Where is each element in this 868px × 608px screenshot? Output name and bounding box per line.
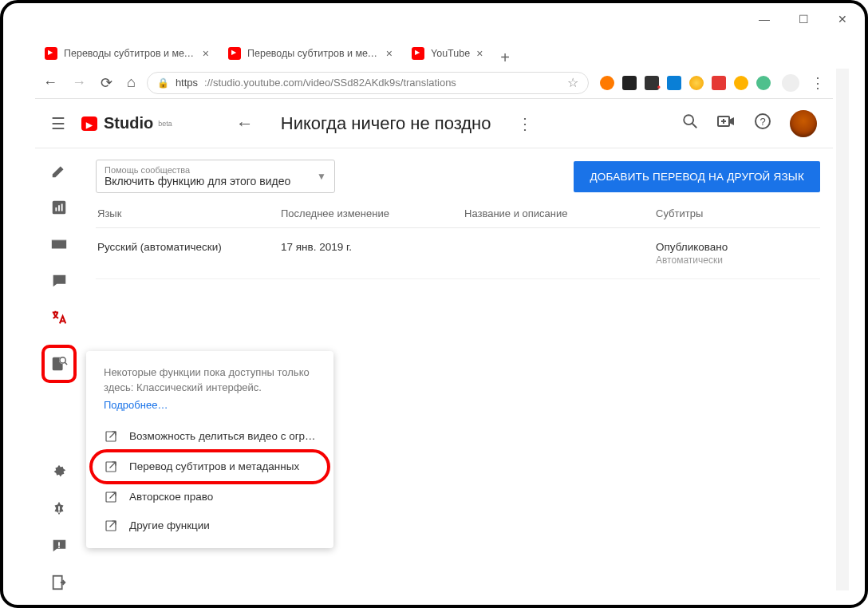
community-help-select[interactable]: Помощь сообщества Включить функцию для э…	[96, 160, 335, 193]
tab-title: Переводы субтитров и метадан	[247, 48, 380, 59]
extension-icon[interactable]	[645, 76, 659, 90]
nav-forward[interactable]: →	[72, 74, 86, 92]
tab-close-icon[interactable]: ×	[386, 47, 393, 60]
table-row[interactable]: Русский (автоматически) 17 янв. 2019 г. …	[96, 228, 820, 279]
sidebar-analytics-icon[interactable]	[49, 198, 69, 217]
youtube-icon	[81, 116, 97, 131]
popup-item-copyright[interactable]: Авторское право	[86, 483, 333, 511]
svg-point-0	[684, 115, 693, 124]
community-help-label: Помощь сообщества	[105, 165, 326, 175]
youtube-icon	[45, 47, 57, 60]
sidebar-settings-icon[interactable]	[49, 463, 69, 482]
youtube-icon	[412, 47, 424, 60]
svg-rect-21	[58, 547, 60, 548]
classic-features-popup: Некоторые функции пока доступны только з…	[86, 351, 333, 548]
popup-item-translations[interactable]: Перевод субтитров и метаданных	[93, 452, 327, 481]
extension-icon[interactable]	[734, 76, 748, 90]
table-header: Язык Последнее изменение Название и опис…	[96, 193, 820, 228]
svg-rect-18	[58, 506, 60, 511]
tab-close-icon[interactable]: ×	[203, 47, 209, 60]
tab-title: Переводы субтитров и метадан	[64, 48, 196, 59]
url-path: ://studio.youtube.com/video/SSd82AKdk9s/…	[204, 77, 456, 89]
external-link-icon	[104, 490, 118, 504]
svg-line-16	[65, 362, 67, 365]
cell-language: Русский (автоматически)	[97, 241, 281, 266]
cell-titledesc	[464, 241, 656, 266]
extension-icon[interactable]	[600, 76, 614, 90]
th-modified: Последнее изменение	[281, 207, 464, 219]
url-field[interactable]: 🔒 https://studio.youtube.com/video/SSd82…	[147, 72, 589, 94]
nav-buttons: ← → ⟳ ⌂	[43, 74, 136, 92]
cell-modified: 17 янв. 2019 г.	[281, 241, 464, 266]
new-tab-button[interactable]: +	[492, 49, 518, 67]
popup-item-label: Авторское право	[129, 491, 213, 503]
sidebar-details-icon[interactable]	[49, 161, 69, 180]
extension-icon[interactable]	[756, 76, 771, 90]
sidebar-feedback-icon[interactable]	[49, 536, 69, 555]
browser-tab-2[interactable]: YouTube ×	[402, 40, 492, 67]
window-close[interactable]: ✕	[838, 13, 847, 26]
svg-text:?: ?	[760, 116, 765, 128]
sidebar-classic-icon[interactable]	[49, 573, 69, 592]
extension-icon[interactable]	[712, 76, 726, 90]
nav-reload[interactable]: ⟳	[101, 74, 112, 92]
th-language: Язык	[97, 207, 281, 219]
popup-note: Некоторые функции пока доступны только з…	[86, 365, 333, 396]
browser-tab-1[interactable]: Переводы субтитров и метадан ×	[219, 40, 402, 67]
popup-item-share[interactable]: Возможность делиться видео с огр…	[86, 422, 333, 451]
popup-item-label: Другие функции	[129, 519, 210, 531]
sidebar-more-highlight	[41, 345, 77, 383]
header-actions: ?	[681, 110, 817, 137]
studio-logo[interactable]: Studiobeta	[81, 114, 172, 132]
search-icon[interactable]	[681, 113, 699, 134]
sidebar-comments-icon[interactable]	[49, 271, 69, 290]
window-minimize[interactable]: —	[759, 13, 770, 26]
popup-item-other[interactable]: Другие функции	[86, 511, 333, 540]
svg-rect-12	[52, 239, 66, 241]
popup-more-link[interactable]: Подробнее…	[86, 396, 333, 422]
bookmark-icon[interactable]: ☆	[567, 75, 578, 90]
svg-rect-19	[58, 511, 60, 513]
cell-subtitles: Опубликовано Автоматически	[656, 241, 819, 266]
browser-window: — ☐ ✕ Переводы субтитров и метадан × Пер…	[0, 0, 868, 608]
community-help-value: Включить функцию для этого видео	[105, 175, 326, 188]
profile-avatar[interactable]	[782, 74, 799, 92]
create-icon[interactable]	[716, 112, 736, 135]
tab-strip: Переводы субтитров и метадан × Переводы …	[35, 38, 833, 67]
studio-header: ☰ Studiobeta ← Никогда ничего не поздно …	[35, 99, 833, 148]
menu-icon[interactable]: ☰	[51, 114, 65, 133]
help-icon[interactable]: ?	[753, 112, 772, 135]
sidebar-translations-icon[interactable]	[49, 308, 69, 327]
add-translation-button[interactable]: ДОБАВИТЬ ПЕРЕВОД НА ДРУГОЙ ЯЗЫК	[574, 161, 820, 192]
url-bar: ← → ⟳ ⌂ 🔒 https://studio.youtube.com/vid…	[35, 67, 833, 99]
scrollbar[interactable]	[836, 69, 849, 590]
external-link-icon	[104, 429, 118, 444]
svg-rect-9	[58, 205, 60, 211]
svg-rect-20	[58, 542, 60, 546]
browser-menu[interactable]: ⋮	[811, 74, 825, 92]
external-link-icon	[104, 519, 118, 533]
back-arrow[interactable]: ←	[236, 113, 254, 134]
extension-icon[interactable]	[622, 76, 637, 90]
sidebar-more-icon[interactable]	[49, 354, 69, 373]
extension-icon[interactable]	[689, 76, 704, 90]
window-maximize[interactable]: ☐	[799, 13, 809, 26]
external-link-icon	[104, 460, 118, 474]
sidebar-editor-icon[interactable]	[49, 235, 69, 254]
th-subtitles: Субтитры	[656, 207, 819, 219]
channel-avatar[interactable]	[790, 110, 817, 137]
logo-beta: beta	[158, 120, 172, 128]
nav-back[interactable]: ←	[43, 74, 57, 92]
video-options-icon[interactable]: ⋮	[517, 114, 533, 133]
chevron-down-icon: ▼	[317, 171, 326, 182]
extension-icon[interactable]	[667, 76, 681, 90]
nav-home[interactable]: ⌂	[127, 74, 136, 92]
sidebar-whatsnew-icon[interactable]	[49, 499, 69, 519]
browser-tab-0[interactable]: Переводы субтитров и метадан ×	[35, 40, 219, 67]
subs-status: Опубликовано	[656, 241, 819, 253]
th-titledesc: Название и описание	[464, 207, 656, 219]
popup-item-label: Перевод субтитров и метаданных	[129, 460, 299, 472]
sidebar	[35, 148, 83, 592]
tab-close-icon[interactable]: ×	[476, 47, 483, 60]
window-controls: — ☐ ✕	[759, 13, 847, 26]
